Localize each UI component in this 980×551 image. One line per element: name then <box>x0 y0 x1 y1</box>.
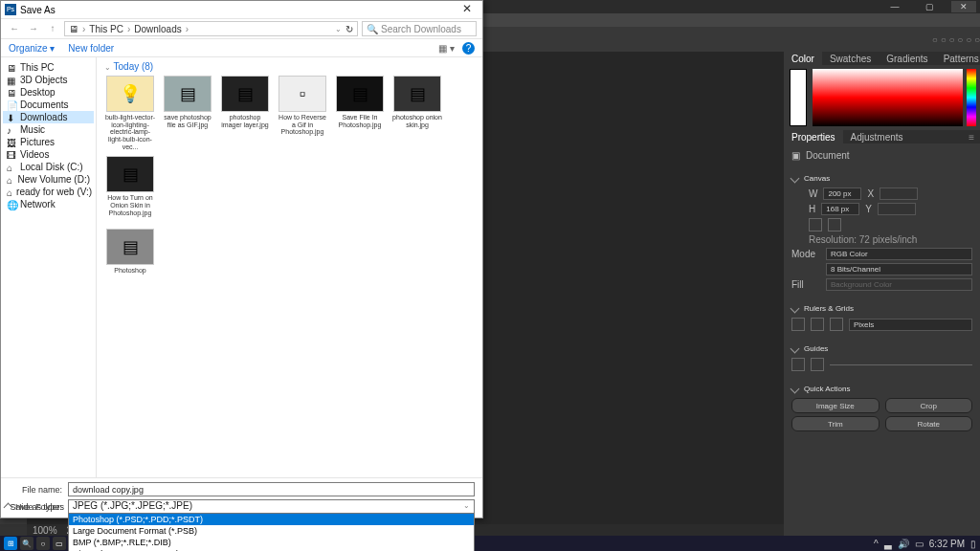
tree-item[interactable]: ⌂Local Disk (C:) <box>3 161 94 173</box>
new-folder-button[interactable]: New folder <box>68 43 114 54</box>
tree-item[interactable]: 📄Documents <box>3 99 94 111</box>
tree-item[interactable]: ▦3D Objects <box>3 74 94 86</box>
file-thumbnail[interactable]: ▤Save File In Photoshop.jpg <box>334 76 386 150</box>
tray-lang-icon[interactable]: ▭ <box>915 539 924 549</box>
document-type-label: Document <box>806 150 850 161</box>
thumbnail-image: ▫ <box>278 76 326 112</box>
hue-slider[interactable] <box>967 69 976 126</box>
type-option[interactable]: BMP (*.BMP;*.RLE;*.DIB) <box>69 537 474 548</box>
height-label: H <box>809 204 815 214</box>
refresh-icon[interactable]: ↻ <box>345 24 353 34</box>
dialog-close-button[interactable]: ✕ <box>456 2 479 17</box>
taskbar-app-icon[interactable]: 🔍 <box>20 537 33 550</box>
nav-forward-icon[interactable]: → <box>26 21 41 36</box>
color-picker[interactable] <box>813 69 963 126</box>
tray-clock[interactable]: 6:32 PM <box>929 539 965 549</box>
tree-item[interactable]: ⌂New Volume (D:) <box>3 173 94 186</box>
tree-item[interactable]: 🖥This PC <box>3 61 94 74</box>
bit-depth-select[interactable]: 8 Bits/Channel <box>826 263 972 276</box>
file-group-header[interactable]: ⌄ Today (8) <box>104 61 475 72</box>
dialog-fields: File name: Save as type: JPEG (*.JPG;*.J… <box>1 477 482 518</box>
color-mode-select[interactable]: RGB Color <box>826 248 972 260</box>
tree-item[interactable]: ⬇Downloads <box>3 111 94 123</box>
tab-properties[interactable]: Properties <box>784 130 843 143</box>
help-icon[interactable]: ? <box>462 42 475 55</box>
filename-input[interactable] <box>68 482 475 496</box>
fill-label: Fill <box>791 279 820 290</box>
nav-up-icon[interactable]: ↑ <box>45 21 60 36</box>
grid-icon[interactable] <box>811 318 824 331</box>
image-size-button[interactable]: Image Size <box>791 398 880 413</box>
tree-item[interactable]: ♪Music <box>3 123 94 136</box>
file-thumbnail[interactable]: ▫How to Reverse a Gif in Photoshop.jpg <box>277 76 328 150</box>
crop-button[interactable]: Crop <box>885 398 973 413</box>
view-options-icon[interactable]: ▦ ▾ <box>438 43 455 54</box>
file-thumbnail[interactable]: ▤Photoshop <box>104 229 156 275</box>
dialog-nav-bar: ← → ↑ 🖥 › This PC › Downloads › ⌄ ↻ 🔍Sea… <box>1 18 482 39</box>
saveastype-dropdown-list: Photoshop (*.PSD;*.PDD;*.PSDT)Large Docu… <box>68 513 475 551</box>
taskbar-app-icon[interactable]: ⊞ <box>4 537 17 550</box>
window-maximize[interactable]: ▢ <box>917 1 942 12</box>
file-thumbnail[interactable]: ▤photoshop imager layer.jpg <box>219 76 271 150</box>
breadcrumb-this-pc[interactable]: This PC <box>89 24 123 34</box>
hide-folders-button[interactable]: Hide Folders <box>5 502 64 512</box>
color-swatch-icon[interactable] <box>790 69 807 126</box>
tree-item[interactable]: ⌂ready for web (V:) <box>3 186 94 198</box>
right-panels: Color Swatches Gradients Patterns Proper… <box>784 52 980 536</box>
ruler-unit-select[interactable]: Pixels <box>849 319 972 331</box>
guide-icon[interactable] <box>811 358 824 371</box>
thumbnail-image: ▤ <box>106 156 154 192</box>
file-thumbnail[interactable]: 💡bulb-light-vector-icon-lighting-electri… <box>104 76 156 150</box>
window-minimize[interactable]: — <box>882 1 907 12</box>
zoom-level[interactable]: 100% <box>33 525 57 536</box>
address-bar[interactable]: 🖥 › This PC › Downloads › ⌄ ↻ <box>64 21 358 36</box>
folder-icon: ⬇ <box>7 113 16 122</box>
file-thumbnail[interactable]: ▤photoshop onion skin.jpg <box>391 76 443 150</box>
address-dropdown-icon[interactable]: ⌄ <box>335 25 342 33</box>
organize-button[interactable]: Organize ▾ <box>9 43 55 54</box>
thumbnail-caption: Save File In Photoshop.jpg <box>334 114 386 128</box>
orientation-landscape-icon[interactable] <box>828 218 841 231</box>
quick-actions-header[interactable]: Quick Actions <box>791 382 972 395</box>
tray-chevron-icon[interactable]: ^ <box>874 539 879 549</box>
tab-swatches[interactable]: Swatches <box>822 52 879 65</box>
tray-notifications-icon[interactable]: ▯ <box>970 539 976 549</box>
taskbar-app-icon[interactable]: ▭ <box>53 537 66 550</box>
nav-back-icon[interactable]: ← <box>7 21 22 36</box>
system-tray[interactable]: ^ ▃ 🔊 ▭ 6:32 PM ▯ <box>874 539 976 549</box>
canvas-section-header[interactable]: Canvas <box>791 171 972 185</box>
type-option[interactable]: Photoshop (*.PSD;*.PDD;*.PSDT) <box>69 514 474 525</box>
saveastype-combobox[interactable]: JPEG (*.JPG;*.JPEG;*.JPE)⌄ <box>68 499 475 514</box>
tab-adjustments[interactable]: Adjustments <box>843 130 911 143</box>
folder-icon: ⌂ <box>7 175 13 185</box>
tab-gradients[interactable]: Gradients <box>879 52 935 65</box>
grid2-icon[interactable] <box>830 318 843 331</box>
file-thumbnail[interactable]: ▤How to Turn on Onion Skin in Photoshop.… <box>104 156 156 216</box>
taskbar-app-icon[interactable]: ○ <box>36 537 50 550</box>
tab-patterns[interactable]: Patterns <box>936 52 980 65</box>
trim-button[interactable]: Trim <box>791 416 880 431</box>
tab-color[interactable]: Color <box>784 52 822 65</box>
tray-network-icon[interactable]: ▃ <box>884 539 892 549</box>
tree-item[interactable]: 🖼Pictures <box>3 136 94 148</box>
tray-volume-icon[interactable]: 🔊 <box>898 539 909 549</box>
ruler-icon[interactable] <box>791 318 805 331</box>
orientation-portrait-icon[interactable] <box>809 218 822 231</box>
file-thumbnail[interactable]: ▤save photoshop file as GIF.jpg <box>162 76 213 150</box>
folder-icon: ▦ <box>7 76 16 85</box>
tree-item[interactable]: 🖥Desktop <box>3 86 94 99</box>
width-field[interactable]: 200 px <box>823 187 861 200</box>
thumbnail-image: ▤ <box>164 76 212 112</box>
tree-item[interactable]: 🌐Network <box>3 198 94 210</box>
breadcrumb-downloads[interactable]: Downloads <box>134 24 181 34</box>
height-field[interactable]: 168 px <box>821 203 859 215</box>
type-option[interactable]: Large Document Format (*.PSB) <box>69 525 474 537</box>
window-close[interactable]: ✕ <box>951 1 976 12</box>
panel-menu-icon[interactable]: ≡ <box>963 132 980 143</box>
tree-item[interactable]: 🎞Videos <box>3 148 94 161</box>
search-input[interactable]: 🔍Search Downloads <box>362 21 477 36</box>
rotate-button[interactable]: Rotate <box>885 416 973 431</box>
guide-icon[interactable] <box>791 358 805 371</box>
rulers-section-header[interactable]: Rulers & Grids <box>791 301 972 315</box>
guides-section-header[interactable]: Guides <box>791 342 972 355</box>
